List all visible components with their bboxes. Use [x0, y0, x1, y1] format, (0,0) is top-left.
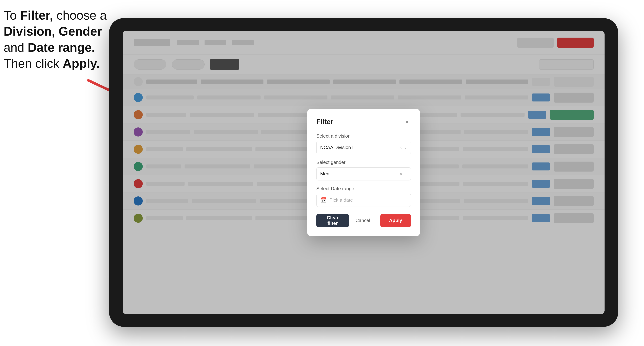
modal-overlay: Filter × Select a division NCAA Division… [123, 31, 604, 314]
gender-select[interactable]: Men × ⌄ [316, 167, 411, 180]
modal-footer: Clear filter Cancel Apply [316, 214, 411, 227]
tablet-screen: Filter × Select a division NCAA Division… [123, 31, 604, 314]
modal-footer-right: Cancel Apply [349, 214, 411, 227]
apply-button[interactable]: Apply [380, 214, 411, 227]
gender-controls: × ⌄ [400, 171, 407, 176]
instruction-division-gender: Division, Gender [4, 24, 102, 38]
gender-label: Select gender [316, 160, 411, 165]
division-select[interactable]: NCAA Division I × ⌄ [316, 141, 411, 154]
gender-form-group: Select gender Men × ⌄ [316, 160, 411, 180]
instruction-line1: To Filter, choose a [4, 8, 107, 22]
cancel-button[interactable]: Cancel [349, 214, 377, 227]
division-controls: × ⌄ [400, 145, 407, 150]
division-chevron-icon: ⌄ [404, 145, 407, 150]
gender-value: Men [320, 171, 330, 177]
instruction-panel: To Filter, choose a Division, Gender and… [4, 7, 109, 72]
instruction-apply: Apply. [63, 56, 100, 70]
modal-header: Filter × [316, 118, 411, 126]
date-range-form-group: Select Date range 📅 Pick a date [316, 186, 411, 207]
clear-filter-button[interactable]: Clear filter [316, 214, 349, 227]
date-placeholder: Pick a date [330, 197, 353, 203]
calendar-icon: 📅 [320, 197, 326, 203]
gender-clear-icon[interactable]: × [400, 171, 402, 176]
gender-chevron-icon: ⌄ [404, 172, 407, 176]
instruction-and: and Date range. [4, 40, 95, 54]
division-label: Select a division [316, 133, 411, 139]
division-form-group: Select a division NCAA Division I × ⌄ [316, 133, 411, 154]
date-label: Select Date range [316, 186, 411, 191]
instruction-then: Then click Apply. [4, 56, 100, 70]
division-value: NCAA Division I [320, 145, 354, 150]
modal-title: Filter [316, 118, 333, 126]
date-range-input[interactable]: 📅 Pick a date [316, 194, 411, 207]
tablet-device: Filter × Select a division NCAA Division… [109, 18, 618, 327]
filter-modal: Filter × Select a division NCAA Division… [307, 109, 420, 236]
instruction-date-range: Date range. [28, 40, 95, 54]
modal-close-button[interactable]: × [403, 118, 411, 126]
division-clear-icon[interactable]: × [400, 145, 402, 150]
